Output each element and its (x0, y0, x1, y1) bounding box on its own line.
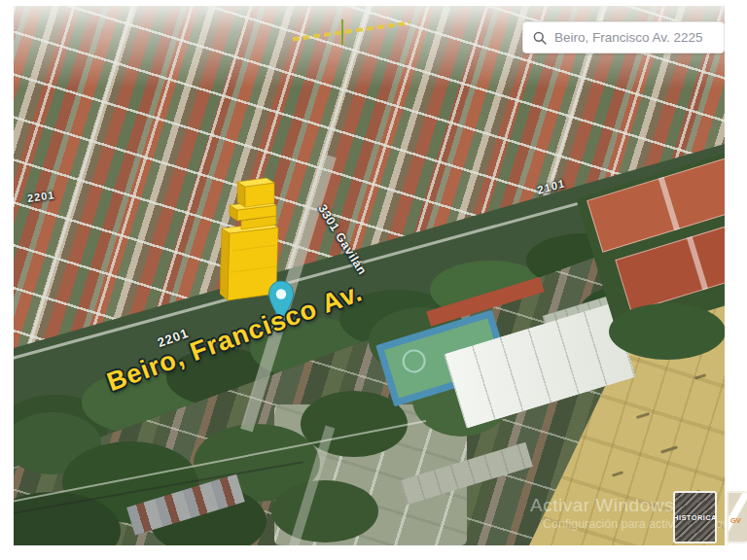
layer-tile-label: GV (730, 516, 741, 525)
map-3d-view[interactable]: Beiro, Francisco Av. 2201 2201 2101 3301… (14, 6, 725, 545)
layer-tile-label: HISTÓRICA (673, 513, 717, 522)
tree-blob (609, 303, 725, 360)
tree-blob (301, 391, 408, 457)
search-bar[interactable]: Beiro, Francisco Av. 2225 (522, 21, 725, 53)
map-artifact-line (341, 19, 343, 45)
layer-tile-next[interactable]: GV (727, 491, 747, 543)
search-icon (533, 31, 547, 45)
screenshot-frame: Beiro, Francisco Av. 2201 2201 2101 3301… (0, 0, 747, 560)
layer-tile-historic[interactable]: HISTÓRICA (673, 491, 717, 543)
court-marking (400, 346, 429, 375)
search-input-value[interactable]: Beiro, Francisco Av. 2225 (554, 30, 703, 45)
tree-blob (271, 480, 378, 542)
